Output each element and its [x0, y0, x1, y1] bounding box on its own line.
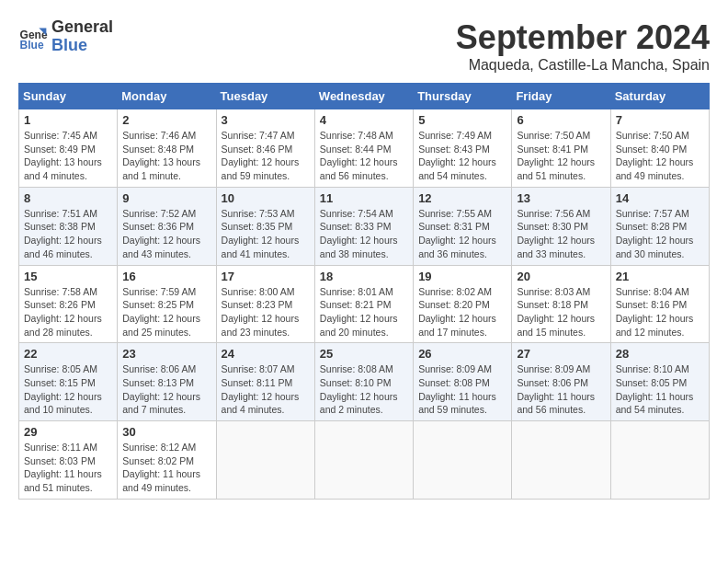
day-number: 19	[418, 270, 506, 283]
calendar-table: SundayMondayTuesdayWednesdayThursdayFrid…	[18, 83, 710, 500]
day-detail: Sunrise: 7:47 AMSunset: 8:46 PMDaylight:…	[222, 129, 310, 183]
calendar-week-5: 29Sunrise: 8:11 AMSunset: 8:03 PMDayligh…	[19, 421, 710, 500]
day-detail: Sunrise: 8:05 AMSunset: 8:15 PMDaylight:…	[24, 362, 112, 417]
calendar-cell: 4Sunrise: 7:48 AMSunset: 8:44 PMDaylight…	[314, 109, 413, 188]
logo-text: General Blue	[51, 18, 113, 55]
column-header-sunday: Sunday	[19, 84, 118, 109]
day-number: 8	[24, 191, 112, 205]
calendar-cell: 23Sunrise: 8:06 AMSunset: 8:13 PMDayligh…	[118, 343, 216, 421]
page-header: General Blue General Blue September 2024…	[18, 18, 710, 74]
day-number: 4	[320, 113, 408, 127]
day-detail: Sunrise: 7:53 AMSunset: 8:35 PMDaylight:…	[222, 207, 310, 261]
calendar-cell: 11Sunrise: 7:54 AMSunset: 8:33 PMDayligh…	[314, 187, 413, 265]
calendar-week-1: 1Sunrise: 7:45 AMSunset: 8:49 PMDaylight…	[19, 109, 710, 188]
calendar-cell: 30Sunrise: 8:12 AMSunset: 8:02 PMDayligh…	[118, 421, 216, 500]
day-detail: Sunrise: 8:09 AMSunset: 8:08 PMDaylight:…	[418, 362, 506, 417]
calendar-cell: 13Sunrise: 7:56 AMSunset: 8:30 PMDayligh…	[512, 187, 610, 265]
day-number: 13	[517, 191, 605, 205]
calendar-cell: 7Sunrise: 7:50 AMSunset: 8:40 PMDaylight…	[610, 109, 709, 188]
column-header-wednesday: Wednesday	[314, 84, 413, 109]
calendar-cell: 5Sunrise: 7:49 AMSunset: 8:43 PMDaylight…	[414, 109, 512, 188]
day-detail: Sunrise: 7:52 AMSunset: 8:36 PMDaylight:…	[122, 207, 210, 261]
calendar-cell: 24Sunrise: 8:07 AMSunset: 8:11 PMDayligh…	[216, 343, 314, 421]
calendar-cell: 17Sunrise: 8:00 AMSunset: 8:23 PMDayligh…	[216, 265, 314, 343]
calendar-cell: 22Sunrise: 8:05 AMSunset: 8:15 PMDayligh…	[19, 343, 118, 421]
title-block: September 2024 Maqueda, Castille-La Manc…	[456, 18, 710, 74]
calendar-cell: 25Sunrise: 8:08 AMSunset: 8:10 PMDayligh…	[314, 343, 413, 421]
calendar-cell	[414, 421, 512, 500]
day-detail: Sunrise: 8:01 AMSunset: 8:21 PMDaylight:…	[320, 285, 408, 339]
calendar-cell: 21Sunrise: 8:04 AMSunset: 8:16 PMDayligh…	[610, 265, 709, 343]
calendar-cell	[512, 421, 610, 500]
day-number: 3	[222, 113, 310, 127]
day-number: 21	[616, 270, 704, 283]
day-detail: Sunrise: 7:54 AMSunset: 8:33 PMDaylight:…	[320, 207, 408, 261]
calendar-cell	[216, 421, 314, 500]
calendar-cell: 28Sunrise: 8:10 AMSunset: 8:05 PMDayligh…	[610, 343, 709, 421]
day-number: 7	[616, 113, 704, 127]
day-number: 18	[320, 270, 408, 283]
day-detail: Sunrise: 8:08 AMSunset: 8:10 PMDaylight:…	[320, 362, 408, 417]
day-detail: Sunrise: 7:55 AMSunset: 8:31 PMDaylight:…	[418, 207, 506, 261]
day-number: 2	[122, 113, 210, 127]
logo-line2: Blue	[51, 37, 113, 55]
day-number: 17	[222, 270, 310, 283]
column-header-thursday: Thursday	[414, 84, 512, 109]
calendar-cell: 15Sunrise: 7:58 AMSunset: 8:26 PMDayligh…	[19, 265, 118, 343]
day-detail: Sunrise: 7:51 AMSunset: 8:38 PMDaylight:…	[24, 207, 112, 261]
calendar-week-2: 8Sunrise: 7:51 AMSunset: 8:38 PMDaylight…	[19, 187, 710, 265]
day-detail: Sunrise: 8:07 AMSunset: 8:11 PMDaylight:…	[222, 362, 310, 417]
day-detail: Sunrise: 8:10 AMSunset: 8:05 PMDaylight:…	[616, 362, 704, 417]
day-number: 27	[517, 347, 605, 361]
day-number: 28	[616, 347, 704, 361]
day-detail: Sunrise: 8:11 AMSunset: 8:03 PMDaylight:…	[24, 441, 112, 495]
day-number: 16	[122, 270, 210, 283]
day-number: 5	[418, 113, 506, 127]
calendar-cell: 26Sunrise: 8:09 AMSunset: 8:08 PMDayligh…	[414, 343, 512, 421]
calendar-cell: 18Sunrise: 8:01 AMSunset: 8:21 PMDayligh…	[314, 265, 413, 343]
location-title: Maqueda, Castille-La Mancha, Spain	[456, 57, 710, 74]
day-number: 22	[24, 347, 112, 361]
calendar-cell: 20Sunrise: 8:03 AMSunset: 8:18 PMDayligh…	[512, 265, 610, 343]
day-detail: Sunrise: 7:46 AMSunset: 8:48 PMDaylight:…	[122, 129, 210, 183]
day-detail: Sunrise: 7:57 AMSunset: 8:28 PMDaylight:…	[616, 207, 704, 261]
calendar-header-row: SundayMondayTuesdayWednesdayThursdayFrid…	[19, 84, 710, 109]
day-detail: Sunrise: 8:03 AMSunset: 8:18 PMDaylight:…	[517, 285, 605, 339]
day-detail: Sunrise: 8:12 AMSunset: 8:02 PMDaylight:…	[122, 441, 210, 495]
logo: General Blue General Blue	[18, 18, 113, 55]
logo-icon: General Blue	[18, 22, 48, 52]
day-detail: Sunrise: 7:45 AMSunset: 8:49 PMDaylight:…	[24, 129, 112, 183]
day-detail: Sunrise: 7:59 AMSunset: 8:25 PMDaylight:…	[122, 285, 210, 339]
day-number: 14	[616, 191, 704, 205]
calendar-cell: 8Sunrise: 7:51 AMSunset: 8:38 PMDaylight…	[19, 187, 118, 265]
day-detail: Sunrise: 7:58 AMSunset: 8:26 PMDaylight:…	[24, 285, 112, 339]
day-number: 26	[418, 347, 506, 361]
column-header-saturday: Saturday	[610, 84, 709, 109]
day-number: 24	[222, 347, 310, 361]
calendar-cell: 29Sunrise: 8:11 AMSunset: 8:03 PMDayligh…	[19, 421, 118, 500]
calendar-cell: 12Sunrise: 7:55 AMSunset: 8:31 PMDayligh…	[414, 187, 512, 265]
day-number: 25	[320, 347, 408, 361]
calendar-cell: 1Sunrise: 7:45 AMSunset: 8:49 PMDaylight…	[19, 109, 118, 188]
day-number: 9	[122, 191, 210, 205]
day-detail: Sunrise: 7:50 AMSunset: 8:41 PMDaylight:…	[517, 129, 605, 183]
day-detail: Sunrise: 7:49 AMSunset: 8:43 PMDaylight:…	[418, 129, 506, 183]
day-detail: Sunrise: 8:06 AMSunset: 8:13 PMDaylight:…	[122, 362, 210, 417]
day-number: 20	[517, 270, 605, 283]
day-number: 30	[122, 425, 210, 439]
calendar-cell	[610, 421, 709, 500]
day-detail: Sunrise: 8:00 AMSunset: 8:23 PMDaylight:…	[222, 285, 310, 339]
calendar-cell: 16Sunrise: 7:59 AMSunset: 8:25 PMDayligh…	[118, 265, 216, 343]
svg-text:Blue: Blue	[20, 39, 44, 52]
calendar-cell	[314, 421, 413, 500]
day-number: 11	[320, 191, 408, 205]
calendar-cell: 9Sunrise: 7:52 AMSunset: 8:36 PMDaylight…	[118, 187, 216, 265]
day-number: 1	[24, 113, 112, 127]
day-detail: Sunrise: 8:09 AMSunset: 8:06 PMDaylight:…	[517, 362, 605, 417]
column-header-tuesday: Tuesday	[216, 84, 314, 109]
calendar-week-4: 22Sunrise: 8:05 AMSunset: 8:15 PMDayligh…	[19, 343, 710, 421]
day-number: 23	[122, 347, 210, 361]
logo-line1: General	[51, 18, 113, 37]
day-detail: Sunrise: 8:04 AMSunset: 8:16 PMDaylight:…	[616, 285, 704, 339]
day-detail: Sunrise: 8:02 AMSunset: 8:20 PMDaylight:…	[418, 285, 506, 339]
